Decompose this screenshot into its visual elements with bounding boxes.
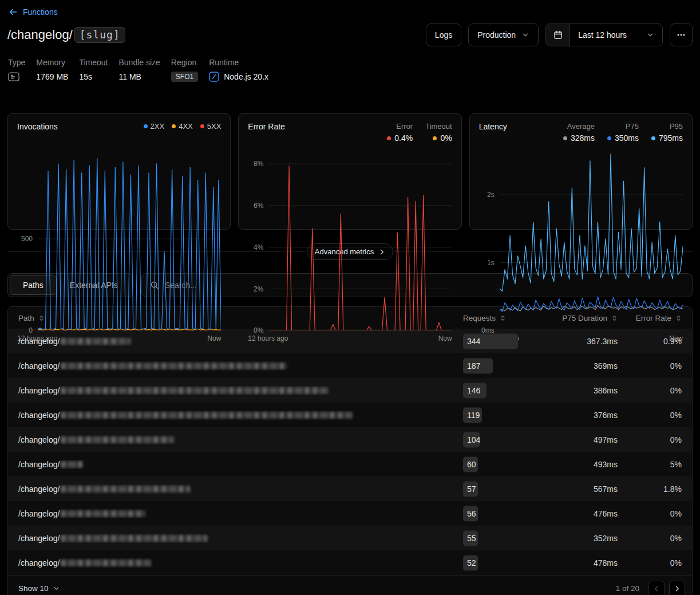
table-footer: Show 10 1 of 20	[8, 575, 692, 595]
legend-dot	[651, 136, 655, 140]
error-rate-cell: 0%	[618, 361, 682, 371]
chart-title: Invocations	[17, 122, 58, 131]
error-rate-cell: 0%	[618, 435, 682, 444]
redacted-slug	[61, 362, 287, 369]
requests-value: 146	[467, 386, 480, 395]
y-tick-label: 0%	[254, 326, 263, 334]
calendar-icon	[553, 30, 563, 40]
path-cell: /changelog/	[18, 534, 463, 543]
table-row[interactable]: /changelog/52478ms0%	[8, 550, 692, 575]
y-tick-label: 500	[21, 235, 33, 243]
p75-duration-cell: 493ms	[531, 460, 618, 469]
redacted-slug	[61, 559, 151, 566]
requests-cell: 52	[463, 550, 531, 575]
requests-cell: 55	[463, 526, 531, 550]
y-tick-label: 1s	[487, 259, 495, 267]
y-tick-label: 8%	[254, 160, 263, 168]
legend-dot	[144, 124, 148, 128]
p75-duration-cell: 476ms	[531, 509, 618, 518]
path-cell: /changelog/	[18, 435, 463, 444]
time-range-select[interactable]: Last 12 hours	[570, 24, 662, 46]
chevron-left-icon	[653, 585, 660, 592]
chevron-down-icon	[646, 31, 654, 39]
header-controls: Logs Production Last 12 hours	[426, 23, 693, 46]
stat-item: P95795ms	[651, 122, 683, 143]
title-row: /changelog/ [slug] Logs Production Last …	[7, 21, 693, 56]
requests-cell: 119	[463, 403, 531, 427]
path-cell: /changelog/	[18, 337, 463, 346]
meta-runtime: Runtime Node.js 20.x	[209, 58, 268, 82]
table-row[interactable]: /changelog/104497ms0%	[8, 427, 692, 452]
path-prefix: /changelog/	[18, 337, 60, 346]
meta-bundle-size: Bundle size 11 MB	[118, 58, 160, 82]
table-row[interactable]: /changelog/55352ms0%	[8, 526, 692, 550]
path-prefix: /changelog/	[18, 509, 60, 518]
table-row[interactable]: /changelog/146386ms0%	[8, 378, 692, 403]
y-tick-label: 0	[29, 326, 33, 334]
requests-cell: 146	[463, 378, 531, 403]
p75-duration-cell: 367.3ms	[531, 337, 618, 346]
requests-value: 344	[467, 337, 480, 346]
y-axis-labels: 5000	[17, 147, 38, 330]
p75-duration-cell: 376ms	[531, 411, 618, 420]
requests-cell: 344	[463, 329, 531, 353]
meta-type: Type	[8, 58, 25, 82]
error-rate-cell: 0%	[618, 411, 682, 420]
path-prefix: /changelog/	[18, 411, 60, 420]
nodejs-runtime-icon	[209, 72, 219, 82]
path-prefix: /changelog/	[7, 27, 73, 42]
requests-value: 104	[467, 435, 480, 444]
back-to-functions-link[interactable]: Functions	[9, 7, 58, 17]
top-nav: Functions	[7, 0, 693, 21]
requests-value: 187	[467, 361, 480, 371]
isr-type-icon	[8, 72, 19, 81]
back-link-label: Functions	[23, 7, 58, 17]
error-rate-cell: 1.8%	[618, 484, 682, 494]
y-tick-label: 6%	[254, 202, 263, 210]
error-rate-chart	[268, 147, 452, 330]
chart-stats: Error0.4%Timeout0%	[374, 122, 452, 143]
path-prefix: /changelog/	[18, 484, 60, 494]
path-prefix: /changelog/	[18, 558, 60, 568]
logs-button[interactable]: Logs	[426, 23, 461, 46]
chevron-down-icon	[53, 585, 60, 592]
requests-cell: 60	[463, 452, 531, 476]
path-prefix: /changelog/	[18, 361, 60, 371]
function-observability-page: Functions /changelog/ [slug] Logs Produc…	[0, 0, 700, 595]
more-options-button[interactable]	[670, 23, 693, 46]
stat-item: Error0.4%	[387, 122, 413, 143]
legend-item: 5XX	[200, 122, 222, 131]
table-row[interactable]: /changelog/60493ms5%	[8, 452, 692, 476]
table-row[interactable]: /changelog/56476ms0%	[8, 501, 692, 526]
error-rate-cell: 5%	[618, 460, 682, 469]
y-tick-label: 4%	[254, 243, 263, 251]
requests-cell: 57	[463, 476, 531, 501]
legend-item: 4XX	[172, 122, 193, 131]
y-axis-labels: 2s1s0ms	[479, 147, 500, 330]
chevron-down-icon	[521, 31, 529, 39]
p75-duration-cell: 386ms	[531, 386, 618, 395]
path-cell: /changelog/	[18, 411, 463, 420]
arrow-left-icon	[9, 7, 18, 17]
table-row[interactable]: /changelog/119376ms0%	[8, 403, 692, 427]
path-cell: /changelog/	[18, 361, 463, 371]
next-page-button[interactable]	[669, 581, 685, 595]
table-row[interactable]: /changelog/187369ms0%	[8, 353, 692, 378]
path-cell: /changelog/	[18, 386, 463, 395]
path-param-badge: [slug]	[74, 27, 125, 43]
metrics-charts: Invocations 2XX4XX5XX 5000 12 hours ago …	[7, 113, 693, 230]
time-range-control: Last 12 hours	[545, 23, 663, 46]
show-rows-select[interactable]: Show 10	[18, 584, 60, 593]
p75-duration-cell: 478ms	[531, 558, 618, 568]
date-picker-button[interactable]	[546, 24, 570, 46]
y-tick-label: 2s	[487, 191, 495, 199]
previous-page-button[interactable]	[648, 581, 665, 595]
error-rate-card: Error Rate Error0.4%Timeout0% 8%6%4%2%0%…	[238, 113, 461, 230]
path-cell: /changelog/	[18, 484, 463, 494]
legend-dot	[200, 124, 204, 128]
environment-select[interactable]: Production	[468, 23, 539, 46]
p75-duration-cell: 567ms	[531, 484, 618, 494]
table-row[interactable]: /changelog/57567ms1.8%	[8, 476, 692, 501]
requests-value: 52	[467, 558, 476, 568]
path-cell: /changelog/	[18, 460, 463, 469]
